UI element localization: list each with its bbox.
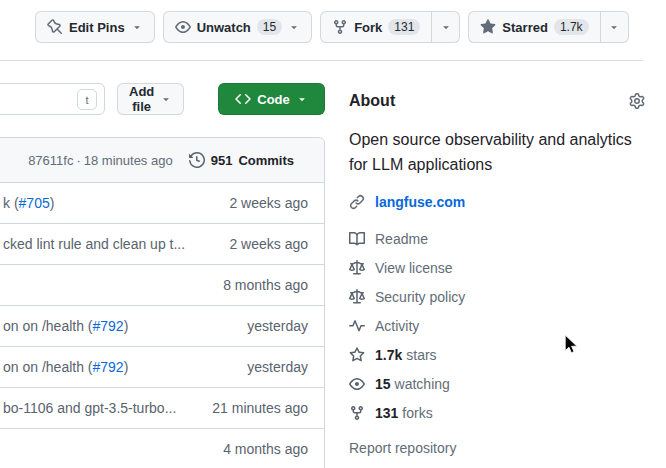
- history-icon: [189, 152, 205, 168]
- commit-age-link[interactable]: 2 weeks ago: [229, 236, 308, 252]
- pin-icon: [47, 19, 63, 35]
- unwatch-label: Unwatch: [197, 20, 251, 35]
- repo-page: Edit Pins Unwatch 15 Fork 131 Starred 1.…: [0, 0, 666, 468]
- table-row: k (#705) 2 weeks ago: [0, 182, 324, 223]
- add-file-label: Add file: [129, 84, 154, 114]
- gear-icon: [629, 93, 645, 109]
- header-divider: [0, 60, 643, 61]
- repo-forked-icon: [332, 19, 348, 35]
- table-row: cked lint rule and clean up t... 2 weeks…: [0, 223, 324, 264]
- commit-message-link[interactable]: on on /health (#792): [3, 318, 128, 334]
- watching-link[interactable]: 15watching: [349, 369, 645, 398]
- go-to-file-shortcut-hint: t: [77, 89, 97, 110]
- go-to-file-input[interactable]: t: [0, 83, 105, 115]
- latest-commit-meta: 87611fc·18 minutes ago: [28, 153, 173, 168]
- fork-label: Fork: [354, 20, 382, 35]
- pulse-icon: [349, 318, 365, 334]
- repo-action-bar: Edit Pins Unwatch 15 Fork 131 Starred 1.…: [35, 11, 629, 43]
- about-title: About: [349, 92, 395, 110]
- law-icon: [349, 260, 365, 276]
- table-row: on on /health (#792) yesterday: [0, 305, 324, 346]
- repo-forked-icon: [349, 405, 365, 421]
- fork-count-badge: 131: [388, 19, 420, 35]
- table-row: 8 months ago: [0, 264, 324, 305]
- star-fill-icon: [480, 19, 496, 35]
- law-icon: [349, 289, 365, 305]
- commit-time: 18 minutes ago: [84, 153, 173, 168]
- commit-age-link[interactable]: 8 months ago: [223, 277, 308, 293]
- repo-website-link[interactable]: langfuse.com: [375, 194, 465, 210]
- about-sidebar: About Open source observability and anal…: [349, 84, 666, 456]
- code-button[interactable]: Code: [218, 83, 325, 115]
- pr-link[interactable]: #705: [19, 195, 50, 211]
- star-count-badge: 1.7k: [554, 19, 589, 35]
- fork-button-group: Fork 131: [320, 11, 460, 43]
- code-icon: [235, 91, 251, 107]
- add-file-button[interactable]: Add file: [117, 83, 184, 115]
- activity-link[interactable]: Activity: [349, 311, 645, 340]
- watch-count-badge: 15: [257, 19, 282, 35]
- about-links: Readme View license Security policy Acti…: [349, 224, 645, 427]
- chevron-down-icon: [440, 21, 452, 33]
- commits-count: 951: [211, 153, 233, 168]
- forks-link[interactable]: 131forks: [349, 398, 645, 427]
- table-row: 4 months ago: [0, 428, 324, 468]
- star-dropdown-button[interactable]: [601, 11, 629, 43]
- repo-description: Open source observability and analytics …: [349, 127, 645, 177]
- view-license-link[interactable]: View license: [349, 253, 645, 282]
- eye-icon: [349, 376, 365, 392]
- commit-message-link[interactable]: k (#705): [3, 195, 54, 211]
- pr-link[interactable]: #792: [93, 318, 124, 334]
- commit-hash-link[interactable]: 87611fc: [28, 153, 73, 168]
- fork-dropdown-button[interactable]: [432, 11, 460, 43]
- commit-age-link[interactable]: yesterday: [247, 318, 308, 334]
- edit-pins-button[interactable]: Edit Pins: [35, 11, 155, 43]
- pr-link[interactable]: #792: [93, 359, 124, 375]
- starred-label: Starred: [502, 20, 548, 35]
- file-table: 87611fc·18 minutes ago 951 Commits k (#7…: [0, 137, 325, 468]
- chevron-down-icon: [131, 21, 143, 33]
- unwatch-button[interactable]: Unwatch 15: [163, 11, 313, 43]
- commit-age-link[interactable]: 2 weeks ago: [229, 195, 308, 211]
- report-repository-link[interactable]: Report repository: [349, 440, 645, 456]
- commit-age-link[interactable]: 4 months ago: [223, 441, 308, 457]
- chevron-down-icon: [608, 21, 620, 33]
- table-row: bo-1106 and gpt-3.5-turbo... 21 minutes …: [0, 387, 324, 428]
- latest-commit-bar: 87611fc·18 minutes ago 951 Commits: [0, 138, 324, 182]
- table-row: on on /health (#792) yesterday: [0, 346, 324, 387]
- star-icon: [349, 347, 365, 363]
- commit-message-link[interactable]: bo-1106 and gpt-3.5-turbo...: [3, 400, 176, 416]
- security-policy-link[interactable]: Security policy: [349, 282, 645, 311]
- chevron-down-icon: [296, 93, 308, 105]
- book-icon: [349, 231, 365, 247]
- commit-age-link[interactable]: yesterday: [247, 359, 308, 375]
- stars-link[interactable]: 1.7kstars: [349, 340, 645, 369]
- commit-message-link[interactable]: cked lint rule and clean up t...: [3, 236, 185, 252]
- about-settings-button[interactable]: [629, 93, 645, 109]
- commit-age-link[interactable]: 21 minutes ago: [212, 400, 308, 416]
- fork-button[interactable]: Fork 131: [320, 11, 432, 43]
- eye-icon: [175, 19, 191, 35]
- commits-history-link[interactable]: 951 Commits: [189, 152, 294, 168]
- star-button-group: Starred 1.7k: [468, 11, 628, 43]
- commits-label: Commits: [238, 153, 294, 168]
- edit-pins-label: Edit Pins: [69, 20, 125, 35]
- chevron-down-icon: [288, 21, 300, 33]
- chevron-down-icon: [160, 93, 172, 105]
- code-label: Code: [257, 92, 290, 107]
- readme-link[interactable]: Readme: [349, 224, 645, 253]
- commit-meta-separator: ·: [76, 153, 80, 168]
- link-icon: [349, 194, 365, 210]
- commit-message-link[interactable]: on on /health (#792): [3, 359, 128, 375]
- starred-button[interactable]: Starred 1.7k: [468, 11, 600, 43]
